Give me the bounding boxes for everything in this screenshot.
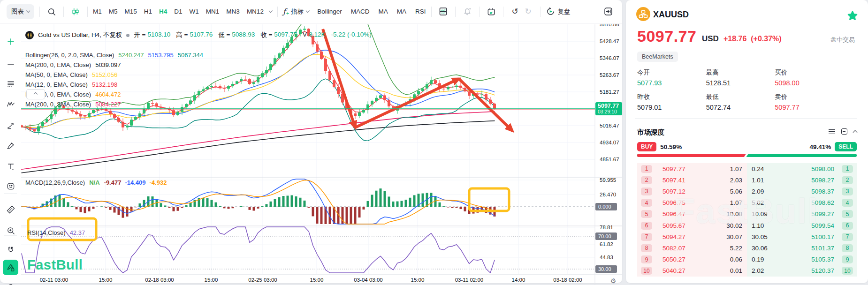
timeframe-MN12[interactable]: MN12 [247, 8, 264, 15]
indicator-shortcut-ma-2[interactable]: MA [379, 8, 388, 15]
bid-price: 5096.75 [662, 199, 685, 206]
indicator-shortcut-rsi-4[interactable]: RSI [415, 8, 426, 15]
indicator-value: 5084.227 [95, 101, 121, 108]
collapse-section-icon[interactable] [853, 130, 858, 135]
text-tool-icon [6, 162, 15, 171]
indicator-shortcut-list: BollingerMACDMAMARSI [317, 8, 426, 15]
indicator-legend-row[interactable]: Bollinger(26, 0, 2.0, SMA, Close)5240.24… [25, 50, 203, 60]
depth-bid-side: 55096.4710.08 [637, 209, 747, 220]
tool-brush[interactable] [3, 138, 18, 153]
economic-calendar-icon[interactable] [485, 5, 498, 18]
currency-label: USD [702, 34, 719, 44]
search-icon[interactable] [45, 5, 58, 18]
indicator-legend-row[interactable]: MA(50, 0, EMA, Close)5152.056 [25, 70, 203, 80]
zoom-in-icon [6, 226, 15, 235]
rsi-legend-row[interactable]: RSI(14,Close) 42.37 [27, 229, 85, 236]
ask-price: 5098.27 [811, 177, 834, 184]
broker-badge[interactable]: BeeMarkets [637, 52, 678, 62]
bid-price: 5097.12 [662, 188, 685, 195]
indicator-legend-list: Bollinger(26, 0, 2.0, SMA, Close)5240.24… [25, 50, 203, 109]
bid-volume: 5.06 [730, 188, 742, 195]
tool-ruler[interactable] [3, 202, 18, 217]
ask-rank-badge: 6 [842, 222, 853, 230]
indicator-legend-row[interactable]: MA(200, 0, EMA, Close)5039.097 [25, 60, 203, 70]
tool-lock[interactable] [3, 280, 18, 285]
ohlc-value: 5107.76 [190, 31, 213, 39]
divider [635, 118, 857, 119]
ask-volume: 30.05 [752, 233, 768, 240]
buy-sell-ratio-bar [637, 154, 857, 157]
bid-rank-badge: 10 [641, 267, 652, 275]
tool-magnet[interactable] [3, 242, 18, 258]
macd-legend-row[interactable]: MACD(12,26,9,Close) N/A -9.477-14.409-4.… [25, 179, 170, 186]
tool-zoom-in[interactable] [3, 223, 18, 238]
indicator-name: MA(50, 0, EMA, Close) [25, 71, 88, 78]
depth-row: 95050.270.060.195105.379 [637, 254, 857, 265]
timeframe-M5[interactable]: M5 [109, 8, 118, 15]
stat-value: 5097.77 [775, 104, 844, 111]
function-icon: ƒ [283, 7, 286, 16]
symbol-legend: Gold vs US Dollar, H4, 不复权 开 = 5103.10高 … [25, 31, 372, 39]
ask-rank-badge: 5 [842, 210, 853, 218]
gold-symbol-icon [25, 31, 34, 39]
tool-horizontal-lines[interactable] [3, 76, 18, 91]
indicator-legend-row[interactable]: MA(12, 0, EMA, Close)5132.198 [25, 80, 203, 90]
ohlc-label: 收 = [260, 31, 272, 39]
indicators-menu-button[interactable]: ƒ+ 指标 [283, 7, 309, 16]
indicators-label: 指标 [291, 8, 304, 16]
timeframe-M1[interactable]: M1 [93, 8, 102, 15]
ask-rank-badge: 3 [842, 188, 853, 195]
indicator-legend-row[interactable]: MA(200, 0, SMA, Close)5084.227 [25, 99, 203, 109]
tool-emoji[interactable] [3, 178, 18, 194]
tool-text-tool[interactable] [3, 158, 18, 174]
timeframe-MN3[interactable]: MN3 [226, 8, 240, 15]
redo-icon[interactable]: ↻ [522, 5, 535, 18]
bid-volume: 1.07 [730, 199, 742, 206]
indicator-value: 4604.472 [95, 91, 121, 98]
ask-volume: 0.19 [752, 256, 764, 263]
tool-trend-line[interactable] [3, 56, 18, 72]
divider [479, 7, 480, 17]
indicator-shortcut-bollinger-0[interactable]: Bollinger [317, 8, 342, 15]
timeframes-chevron-down-icon[interactable] [269, 9, 273, 13]
ask-volume: 0.24 [752, 165, 764, 172]
list-view-icon[interactable] [829, 129, 835, 134]
timeframe-MN1[interactable]: MN1 [206, 8, 220, 15]
tool-brush-lock-active[interactable] [3, 260, 18, 275]
alert-bell-icon[interactable] [461, 5, 474, 18]
replay-button[interactable]: 复盘 [546, 7, 571, 16]
indicator-shortcut-macd-1[interactable]: MACD [351, 8, 370, 15]
stat-label: 今开 [637, 68, 706, 77]
undo-icon[interactable]: ↺ [509, 5, 522, 18]
timeframe-D1[interactable]: D1 [174, 8, 182, 15]
trend-line-icon [6, 60, 15, 69]
tool-zigzag-pattern[interactable] [3, 97, 18, 112]
fullscreen-exit-icon[interactable] [602, 5, 615, 18]
ask-price: 5098.00 [811, 165, 834, 172]
timeframe-H1[interactable]: H1 [144, 8, 152, 15]
indicator-legend-row[interactable]: MA(800, 0, EMA, Close)4604.472 [25, 90, 203, 99]
ask-volume: 1.01 [752, 177, 764, 184]
stat-label: 最高 [706, 68, 775, 77]
ask-rank-badge: 8 [842, 244, 853, 252]
timeframe-W1[interactable]: W1 [190, 8, 199, 15]
bid-price: 5094.27 [662, 233, 685, 240]
macd-value: -14.409 [125, 179, 145, 186]
tool-trend-arrow[interactable] [3, 117, 18, 133]
instrument-title[interactable]: Gold vs US Dollar, H4, 不复权 [38, 31, 122, 39]
legend-collapse-button[interactable] [26, 89, 45, 99]
panel-layout-icon[interactable] [437, 5, 450, 18]
indicator-value: 5152.056 [92, 71, 117, 78]
ask-price: 5099.54 [811, 222, 834, 229]
favorite-star-icon[interactable] [847, 10, 858, 21]
candle-style-icon[interactable] [69, 5, 82, 18]
depth-row: 65095.6730.021.105099.546 [637, 220, 857, 231]
indicator-shortcut-ma-3[interactable]: MA [397, 8, 406, 15]
tool-crosshair-plus[interactable] [3, 34, 18, 49]
timeframe-M15[interactable]: M15 [125, 8, 137, 15]
rsi-legend-name: RSI(14,Close) [27, 229, 66, 236]
chart-type-menu-button[interactable]: 图表 [7, 4, 34, 19]
depth-chart-icon[interactable] [841, 128, 847, 135]
ohlc-values: 开 = 5103.10高 = 5107.76低 = 5088.93收 = 509… [134, 31, 371, 39]
timeframe-H4[interactable]: H4 [159, 8, 167, 15]
